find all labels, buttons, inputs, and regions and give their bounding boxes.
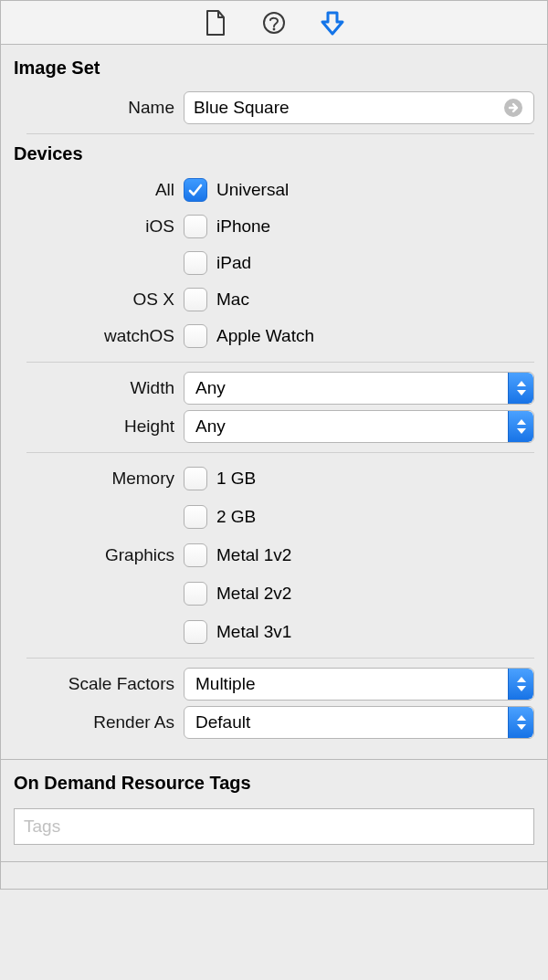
height-row: Height Any bbox=[14, 410, 534, 443]
device-group-osx: OS X bbox=[14, 290, 184, 310]
devices-checkbox-group: All Universal iOS iPhone bbox=[14, 174, 534, 353]
checkbox-watch[interactable] bbox=[184, 324, 207, 348]
file-icon bbox=[205, 10, 227, 36]
render-value: Default bbox=[195, 712, 508, 732]
image-set-title: Image Set bbox=[14, 58, 534, 79]
width-label: Width bbox=[14, 378, 184, 398]
device-group-all: All bbox=[14, 180, 184, 200]
checkbox-label-watch: Apple Watch bbox=[216, 326, 314, 346]
checkbox-label-memory-1gb: 1 GB bbox=[216, 469, 256, 489]
name-label: Name bbox=[14, 98, 184, 118]
checkbox-label-iphone: iPhone bbox=[216, 216, 270, 237]
checkbox-metal-1v2[interactable] bbox=[184, 543, 207, 567]
checkbox-label-mac: Mac bbox=[216, 290, 249, 310]
width-popup[interactable]: Any bbox=[184, 372, 534, 405]
graphics-row-2: Metal 2v2 bbox=[14, 577, 534, 610]
checkbox-iphone[interactable] bbox=[184, 215, 207, 238]
inspector-toolbar bbox=[1, 1, 547, 45]
name-value: Blue Square bbox=[194, 98, 502, 118]
checkbox-universal[interactable] bbox=[184, 178, 207, 202]
divider bbox=[26, 452, 534, 453]
tab-help[interactable] bbox=[258, 7, 290, 38]
checkbox-ipad[interactable] bbox=[184, 251, 207, 275]
device-group-ios: iOS bbox=[14, 216, 184, 237]
memory-row-2gb: 2 GB bbox=[14, 501, 534, 533]
graphics-row-3: Metal 3v1 bbox=[14, 616, 534, 648]
panel-footer bbox=[1, 861, 547, 889]
popup-stepper-icon bbox=[508, 669, 533, 700]
checkbox-label-metal-1v2: Metal 1v2 bbox=[216, 545, 291, 565]
name-goto-button[interactable] bbox=[502, 97, 524, 119]
render-popup[interactable]: Default bbox=[184, 706, 534, 739]
checkbox-label-memory-2gb: 2 GB bbox=[216, 507, 256, 527]
height-value: Any bbox=[195, 416, 508, 437]
height-label: Height bbox=[14, 416, 184, 437]
height-popup[interactable]: Any bbox=[184, 410, 534, 443]
checkbox-label-universal: Universal bbox=[216, 180, 289, 200]
checkbox-metal-3v1[interactable] bbox=[184, 620, 207, 644]
device-row-iphone: iOS iPhone bbox=[14, 210, 534, 243]
graphics-row-1: Graphics Metal 1v2 bbox=[14, 539, 534, 572]
checkbox-mac[interactable] bbox=[184, 288, 207, 311]
popup-stepper-icon bbox=[508, 373, 533, 404]
scale-row: Scale Factors Multiple bbox=[14, 668, 534, 701]
checkbox-label-metal-3v1: Metal 3v1 bbox=[216, 622, 291, 642]
scale-popup[interactable]: Multiple bbox=[184, 668, 534, 701]
check-icon bbox=[187, 182, 204, 198]
divider bbox=[26, 658, 534, 659]
arrow-circle-right-icon bbox=[503, 98, 523, 118]
scale-label: Scale Factors bbox=[14, 674, 184, 694]
tab-file[interactable] bbox=[200, 7, 231, 38]
odr-title: On Demand Resource Tags bbox=[14, 773, 534, 794]
device-group-watchos: watchOS bbox=[14, 326, 184, 346]
checkbox-label-metal-2v2: Metal 2v2 bbox=[216, 584, 291, 604]
width-row: Width Any bbox=[14, 372, 534, 405]
memory-label: Memory bbox=[14, 469, 184, 489]
render-label: Render As bbox=[14, 712, 184, 732]
render-row: Render As Default bbox=[14, 706, 534, 739]
checkbox-label-ipad: iPad bbox=[216, 253, 251, 273]
memory-row-1gb: Memory 1 GB bbox=[14, 462, 534, 495]
image-set-section: Image Set Name Blue Square Devices bbox=[1, 45, 547, 752]
devices-title: Devices bbox=[14, 143, 534, 164]
popup-stepper-icon bbox=[508, 411, 533, 442]
device-row-watch: watchOS Apple Watch bbox=[14, 320, 534, 353]
divider bbox=[26, 362, 534, 363]
tags-input[interactable] bbox=[14, 808, 534, 845]
name-field[interactable]: Blue Square bbox=[184, 91, 534, 124]
help-icon bbox=[261, 10, 287, 36]
scale-value: Multiple bbox=[195, 674, 508, 694]
device-row-mac: OS X Mac bbox=[14, 283, 534, 316]
graphics-label: Graphics bbox=[14, 545, 184, 565]
checkbox-memory-2gb[interactable] bbox=[184, 505, 207, 529]
popup-stepper-icon bbox=[508, 707, 533, 738]
device-row-ipad: iPad bbox=[14, 247, 534, 279]
inspector-panel: Image Set Name Blue Square Devices bbox=[0, 0, 548, 890]
svg-point-1 bbox=[273, 27, 276, 30]
name-row: Name Blue Square bbox=[14, 91, 534, 124]
checkbox-metal-2v2[interactable] bbox=[184, 582, 207, 606]
checkbox-memory-1gb[interactable] bbox=[184, 467, 207, 490]
odr-section: On Demand Resource Tags bbox=[1, 760, 547, 861]
device-row-universal: All Universal bbox=[14, 174, 534, 206]
tab-attributes[interactable] bbox=[317, 7, 348, 38]
width-value: Any bbox=[195, 378, 508, 398]
divider bbox=[26, 133, 534, 134]
download-arrow-icon bbox=[319, 9, 346, 37]
